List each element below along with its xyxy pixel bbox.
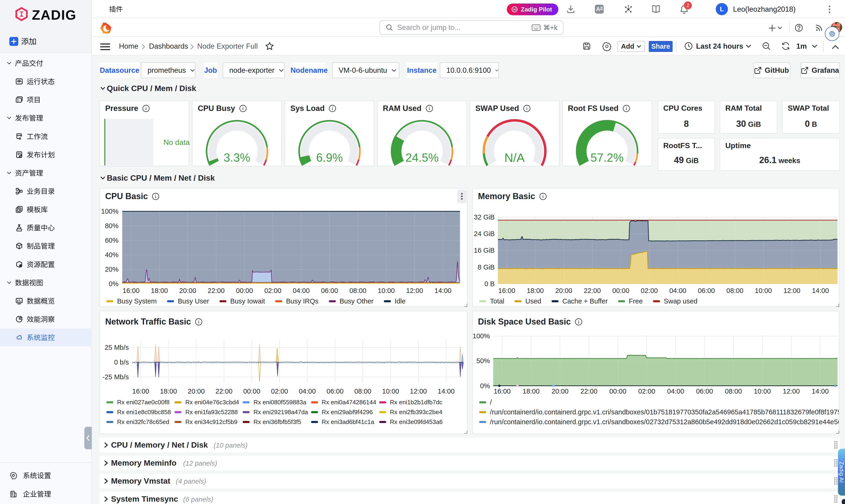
svg-text:16 GiB: 16 GiB — [474, 247, 495, 254]
svg-text:0%: 0% — [480, 382, 490, 390]
svg-text:100%: 100% — [472, 332, 490, 340]
svg-text:00:00: 00:00 — [609, 388, 626, 395]
svg-text:32 GiB: 32 GiB — [474, 213, 495, 221]
svg-text:20:00: 20:00 — [555, 287, 572, 294]
svg-text:0%: 0% — [109, 280, 119, 288]
svg-text:24 GiB: 24 GiB — [474, 230, 495, 237]
svg-text:8 GiB: 8 GiB — [478, 264, 495, 271]
svg-text:00:00: 00:00 — [613, 287, 630, 294]
svg-text:22:00: 22:00 — [215, 388, 232, 395]
svg-text:16:00: 16:00 — [122, 287, 140, 294]
svg-text:12:00: 12:00 — [783, 388, 800, 395]
svg-text:10:00: 10:00 — [382, 388, 399, 395]
svg-text:04:00: 04:00 — [299, 388, 316, 395]
svg-text:14:00: 14:00 — [812, 388, 829, 395]
svg-text:60%: 60% — [105, 237, 119, 244]
svg-text:00:00: 00:00 — [243, 388, 260, 395]
svg-text:18:00: 18:00 — [522, 388, 540, 395]
svg-text:14:00: 14:00 — [438, 388, 455, 395]
svg-text:20:00: 20:00 — [188, 388, 205, 395]
svg-text:16:00: 16:00 — [494, 388, 511, 395]
svg-text:10:00: 10:00 — [755, 287, 772, 294]
svg-text:12:00: 12:00 — [783, 287, 800, 294]
svg-text:22:00: 22:00 — [208, 287, 225, 294]
svg-text:10:00: 10:00 — [378, 287, 395, 294]
svg-text:04:00: 04:00 — [669, 287, 687, 294]
svg-text:08:00: 08:00 — [725, 388, 742, 395]
svg-text:0 b/s: 0 b/s — [114, 358, 129, 366]
svg-text:16:00: 16:00 — [498, 287, 516, 294]
svg-text:22:00: 22:00 — [580, 388, 598, 395]
svg-text:02:00: 02:00 — [641, 287, 658, 294]
svg-text:-25 Mb/s: -25 Mb/s — [102, 373, 129, 381]
svg-text:08:00: 08:00 — [726, 287, 744, 294]
svg-text:04:00: 04:00 — [293, 287, 310, 294]
svg-text:02:00: 02:00 — [638, 388, 655, 395]
svg-text:20:00: 20:00 — [552, 388, 569, 395]
svg-text:80%: 80% — [105, 222, 119, 230]
svg-text:16:00: 16:00 — [132, 388, 150, 395]
svg-text:06:00: 06:00 — [696, 388, 713, 395]
svg-text:08:00: 08:00 — [354, 388, 372, 395]
svg-text:14:00: 14:00 — [812, 287, 829, 294]
svg-text:22:00: 22:00 — [584, 287, 601, 294]
svg-text:06:00: 06:00 — [698, 287, 715, 294]
svg-text:100%: 100% — [101, 208, 119, 215]
svg-text:00:00: 00:00 — [236, 287, 253, 294]
svg-text:40%: 40% — [105, 251, 119, 258]
svg-text:08:00: 08:00 — [349, 287, 366, 294]
svg-text:20:00: 20:00 — [179, 287, 196, 294]
svg-text:10:00: 10:00 — [754, 388, 771, 395]
svg-text:12:00: 12:00 — [410, 388, 427, 395]
svg-text:04:00: 04:00 — [667, 388, 684, 395]
svg-text:12:00: 12:00 — [406, 287, 423, 294]
svg-text:0 B: 0 B — [484, 280, 495, 288]
svg-text:14:00: 14:00 — [434, 287, 451, 294]
svg-text:18:00: 18:00 — [151, 287, 168, 294]
svg-text:06:00: 06:00 — [321, 287, 338, 294]
svg-text:50%: 50% — [476, 357, 490, 364]
svg-text:20%: 20% — [105, 266, 119, 273]
svg-text:18:00: 18:00 — [160, 388, 177, 395]
svg-text:02:00: 02:00 — [264, 287, 281, 294]
svg-text:06:00: 06:00 — [326, 388, 344, 395]
svg-text:18:00: 18:00 — [527, 287, 544, 294]
svg-text:02:00: 02:00 — [271, 388, 288, 395]
svg-text:25 Mb/s: 25 Mb/s — [105, 344, 129, 351]
